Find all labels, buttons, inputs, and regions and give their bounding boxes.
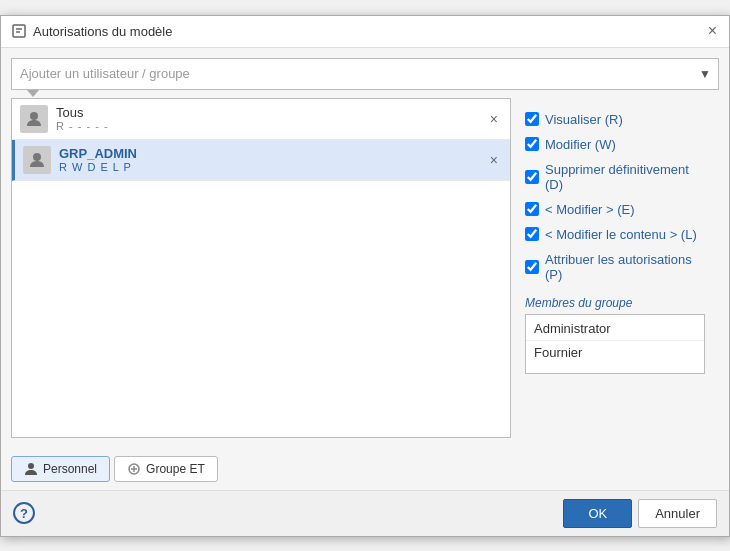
members-section: Membres du groupe Administrator Fournier xyxy=(525,296,705,374)
dialog-body: Ajouter un utilisateur / groupe ▼ xyxy=(1,48,729,448)
perm-supprimer-checkbox[interactable] xyxy=(525,170,539,184)
main-area: Tous R - - - - - × GRP_ADMIN xyxy=(11,98,719,438)
ok-button[interactable]: OK xyxy=(563,499,632,528)
member-administrator: Administrator xyxy=(526,317,704,341)
user-avatar-tous xyxy=(20,105,48,133)
svg-rect-0 xyxy=(13,25,25,37)
perm-supprimer: Supprimer définitivement (D) xyxy=(525,158,705,196)
dropdown-indicator xyxy=(27,90,39,97)
perm-modifier: Modifier (W) xyxy=(525,133,705,156)
user-info-grp-admin: GRP_ADMIN R W D E L P xyxy=(59,146,478,173)
user-perms-tous: R - - - - - xyxy=(56,120,478,132)
model-icon xyxy=(11,23,27,39)
perm-modifier-contenu-checkbox[interactable] xyxy=(525,227,539,241)
perm-supprimer-label: Supprimer définitivement (D) xyxy=(545,162,705,192)
tab-groupe-et[interactable]: Groupe ET xyxy=(114,456,218,482)
members-list: Administrator Fournier xyxy=(525,314,705,374)
add-user-dropdown[interactable]: Ajouter un utilisateur / groupe xyxy=(11,58,719,90)
user-list: Tous R - - - - - × GRP_ADMIN xyxy=(11,98,511,438)
remove-grp-admin-button[interactable]: × xyxy=(486,153,502,167)
perm-modifier-contenu-label: < Modifier le contenu > (L) xyxy=(545,227,697,242)
dialog-actions: ? OK Annuler xyxy=(1,490,729,536)
tab-personnel[interactable]: Personnel xyxy=(11,456,110,482)
dialog-close-button[interactable]: × xyxy=(706,23,719,39)
user-item-grp-admin[interactable]: GRP_ADMIN R W D E L P × xyxy=(12,140,510,181)
help-button[interactable]: ? xyxy=(13,502,35,524)
footer-tabs: Personnel Groupe ET xyxy=(1,448,729,490)
svg-point-5 xyxy=(28,463,34,469)
perm-modifier-checkbox[interactable] xyxy=(525,137,539,151)
add-user-dropdown-wrapper: Ajouter un utilisateur / groupe ▼ xyxy=(11,58,719,90)
perm-modifier-label: Modifier (W) xyxy=(545,137,616,152)
perm-attribuer-label: Attribuer les autorisations (P) xyxy=(545,252,705,282)
remove-tous-button[interactable]: × xyxy=(486,112,502,126)
perm-modifier-e-label: < Modifier > (E) xyxy=(545,202,635,217)
dialog-title-text: Autorisations du modèle xyxy=(33,24,172,39)
cancel-button[interactable]: Annuler xyxy=(638,499,717,528)
user-avatar-grp-admin xyxy=(23,146,51,174)
tab-personnel-label: Personnel xyxy=(43,462,97,476)
perm-attribuer-checkbox[interactable] xyxy=(525,260,539,274)
permissions-panel: Visualiser (R) Modifier (W) Supprimer dé… xyxy=(511,98,719,438)
user-item-tous[interactable]: Tous R - - - - - × xyxy=(12,99,510,140)
groupe-et-icon xyxy=(127,462,141,476)
dialog-titlebar: Autorisations du modèle × xyxy=(1,16,729,48)
user-name-tous: Tous xyxy=(56,105,478,120)
perm-modifier-e-checkbox[interactable] xyxy=(525,202,539,216)
member-fournier: Fournier xyxy=(526,341,704,364)
svg-point-4 xyxy=(33,153,41,161)
perm-visualiser: Visualiser (R) xyxy=(525,108,705,131)
user-name-grp-admin: GRP_ADMIN xyxy=(59,146,478,161)
user-info-tous: Tous R - - - - - xyxy=(56,105,478,132)
perm-modifier-contenu: < Modifier le contenu > (L) xyxy=(525,223,705,246)
user-perms-grp-admin: R W D E L P xyxy=(59,161,478,173)
action-buttons: OK Annuler xyxy=(563,499,717,528)
perm-visualiser-label: Visualiser (R) xyxy=(545,112,623,127)
tab-groupe-et-label: Groupe ET xyxy=(146,462,205,476)
dialog-autorisations: Autorisations du modèle × Ajouter un uti… xyxy=(0,15,730,537)
dialog-title: Autorisations du modèle xyxy=(11,23,172,39)
svg-point-3 xyxy=(30,112,38,120)
perm-modifier-e: < Modifier > (E) xyxy=(525,198,705,221)
members-title: Membres du groupe xyxy=(525,296,705,310)
personnel-icon xyxy=(24,462,38,476)
perm-attribuer: Attribuer les autorisations (P) xyxy=(525,248,705,286)
perm-visualiser-checkbox[interactable] xyxy=(525,112,539,126)
